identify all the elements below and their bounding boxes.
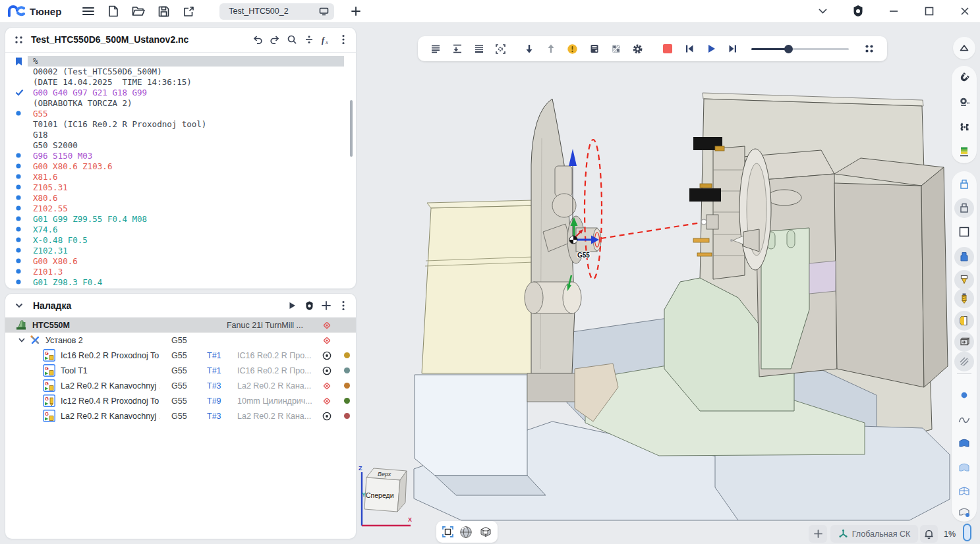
tool-color-dot[interactable] [344, 383, 350, 389]
lines-loose-icon[interactable] [424, 39, 446, 59]
blank-square-icon[interactable] [954, 222, 974, 242]
collapse-chevron-icon[interactable] [11, 297, 28, 314]
maximize-icon[interactable] [919, 3, 939, 20]
plus-icon[interactable] [318, 297, 335, 314]
add-cs-button[interactable] [809, 525, 827, 543]
shield-solid-icon[interactable] [954, 433, 974, 452]
tool-row[interactable]: GLa2 Re0.2 R Kanavochnyj ...G55T#3La2 Re… [5, 408, 356, 423]
wcs-diamond-icon[interactable] [322, 320, 332, 331]
play-icon[interactable] [700, 39, 722, 59]
arrow-up-icon[interactable] [540, 39, 562, 59]
gcode-line[interactable]: % [5, 56, 356, 67]
view-cube-top-label[interactable]: Верх [378, 471, 391, 477]
kebab-menu-icon[interactable] [335, 31, 352, 48]
tree-chevron-icon[interactable] [18, 338, 25, 342]
holder-filled-icon[interactable] [954, 247, 974, 267]
menu-icon[interactable] [78, 3, 98, 20]
shield-dot-icon[interactable] [954, 502, 974, 522]
divide-icon[interactable] [301, 31, 318, 48]
gcode-line[interactable]: Z101.3 [5, 267, 356, 277]
shield-light-icon[interactable] [954, 457, 974, 477]
undo-icon[interactable] [249, 31, 266, 48]
gcode-line[interactable]: G50 S2000 [5, 140, 356, 151]
gcode-line[interactable]: T0101 (IC16 Re0.2 R Proxodnoj tool) [5, 119, 356, 130]
tool-color-dot[interactable] [344, 352, 350, 358]
gcode-line[interactable]: G96 S150 M03 [5, 151, 356, 161]
export-icon[interactable] [179, 3, 198, 20]
lines-dense-icon[interactable] [468, 39, 490, 59]
skip-start-icon[interactable] [678, 39, 700, 59]
view-cube-front-label[interactable]: Спереди [366, 491, 394, 499]
view-cube[interactable]: Верх Спереди Z Y X [358, 463, 418, 534]
panel-icon[interactable] [583, 39, 605, 59]
hatch-icon[interactable] [954, 352, 974, 371]
new-file-icon[interactable] [103, 3, 123, 20]
editor-scrollbar[interactable] [350, 100, 353, 157]
wcs-diamond-icon[interactable] [322, 381, 332, 391]
gcode-line[interactable]: Z102.31 [5, 246, 356, 256]
skip-end-icon[interactable] [722, 39, 743, 59]
fx-icon[interactable]: fx [318, 31, 335, 48]
gcode-line[interactable]: Z102.55 [5, 204, 356, 214]
notifications-bell-icon[interactable] [920, 525, 938, 543]
document-tab[interactable]: Test_HTC500_2 [219, 3, 334, 20]
gcode-line[interactable]: X81.6 [5, 172, 356, 182]
sphere-view-icon[interactable] [459, 526, 473, 539]
chevron-down-icon[interactable] [813, 3, 832, 20]
stock-block-icon[interactable] [954, 332, 974, 352]
gcode-line[interactable]: X80.6 [5, 193, 356, 204]
tool-color-dot[interactable] [344, 398, 350, 404]
minimize-icon[interactable] [884, 3, 904, 20]
kebab-menu-icon[interactable] [335, 297, 352, 314]
target-icon[interactable] [322, 411, 332, 422]
open-file-icon[interactable] [129, 3, 148, 20]
machine-3d-view[interactable]: G55 [359, 26, 951, 544]
settings-nut-icon[interactable] [848, 3, 868, 20]
drill-icon[interactable] [954, 288, 974, 308]
insert-icon[interactable] [954, 311, 974, 331]
clamp-icon[interactable] [954, 117, 974, 137]
close-icon[interactable] [955, 3, 975, 20]
curve-icon[interactable] [954, 410, 974, 429]
gcode-line[interactable]: G00 G40 G97 G21 G18 G99 [5, 88, 356, 98]
gcode-code-area[interactable]: %O0002 (Test_HTC550D6_500M)(DATE 14.04.2… [5, 52, 356, 288]
tool-row[interactable]: GTool T1G55T#1IC16 Re0.2 R Про... [5, 363, 356, 378]
fit-view-icon[interactable] [442, 526, 454, 538]
collision-icon[interactable] [605, 39, 627, 59]
zoom-indicator[interactable] [963, 524, 971, 541]
redo-icon[interactable] [266, 31, 283, 48]
wcs-diamond-icon[interactable] [322, 396, 332, 406]
speed-slider[interactable] [751, 39, 849, 59]
target-icon[interactable] [322, 366, 332, 376]
play-icon[interactable] [283, 297, 301, 314]
gear-icon[interactable] [627, 39, 649, 59]
magnet-icon[interactable] [954, 68, 974, 88]
add-tab-button[interactable] [346, 3, 366, 20]
tool-row[interactable]: GLa2 Re0.2 R Kanavochnyj ...G55T#3La2 Re… [5, 378, 356, 393]
stop-icon[interactable] [656, 39, 678, 59]
wcs-diamond-icon[interactable] [322, 335, 332, 346]
gcode-line[interactable]: (OBRABOTKA TORCZA 2) [5, 98, 356, 109]
slider-knob[interactable] [784, 45, 793, 53]
target-icon[interactable] [322, 350, 332, 361]
gcode-line[interactable]: O0002 (Test_HTC550D6_500M) [5, 67, 356, 77]
gcode-line[interactable]: G18 [5, 130, 356, 140]
cone-tool-icon[interactable] [954, 270, 974, 290]
machine-row[interactable]: HTC550M Fanuc 21i TurnMill ... [5, 317, 356, 333]
camera-icon[interactable] [954, 92, 974, 112]
gcode-line[interactable]: X74.6 [5, 225, 356, 235]
coordinate-system-selector[interactable]: Глобальная СК [830, 525, 918, 543]
drag-handle-icon[interactable] [14, 36, 23, 44]
search-icon[interactable] [283, 31, 301, 48]
gcode-line[interactable]: G00 X80.6 Z103.6 [5, 161, 356, 172]
fixture-row[interactable]: Установ 2 G55 [5, 333, 356, 348]
iso-view-icon[interactable] [478, 526, 492, 538]
holder-gray-icon[interactable] [954, 198, 974, 218]
gcode-line[interactable]: G00 X80.6 [5, 256, 356, 267]
tool-color-dot[interactable] [344, 367, 350, 373]
gcode-line[interactable]: G55 [5, 109, 356, 119]
tool-row[interactable]: GIc12 Re0.4 R Proxodnoj To...G55T#910mm … [5, 393, 356, 408]
line-arrow-down-icon[interactable] [446, 39, 468, 59]
gcode-line[interactable]: (DATE 14.04.2025 TIME 14:36:15) [5, 77, 356, 88]
arrow-down-icon[interactable] [518, 39, 540, 59]
